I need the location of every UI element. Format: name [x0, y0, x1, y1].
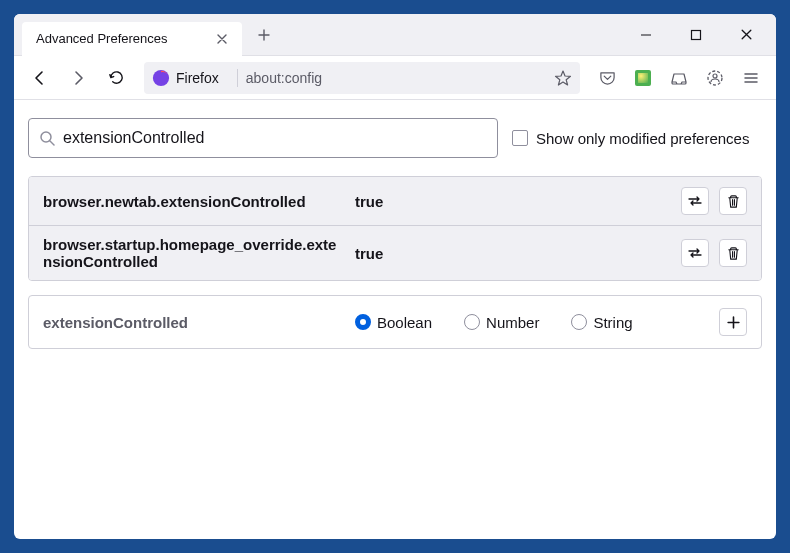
- new-tab-button[interactable]: [250, 21, 278, 49]
- radio-icon: [571, 314, 587, 330]
- toggle-button[interactable]: [681, 239, 709, 267]
- tab-title: Advanced Preferences: [36, 31, 212, 46]
- forward-button[interactable]: [62, 62, 94, 94]
- window-controls: [632, 21, 768, 49]
- bookmark-star-icon[interactable]: [554, 69, 572, 87]
- menu-icon[interactable]: [736, 63, 766, 93]
- radio-label: Boolean: [377, 314, 432, 331]
- radio-icon: [464, 314, 480, 330]
- content-area: Show only modified preferences browser.n…: [14, 100, 776, 539]
- identity-label: Firefox: [176, 70, 219, 86]
- pref-row[interactable]: browser.startup.homepage_override.extens…: [29, 225, 761, 280]
- pref-row[interactable]: browser.newtab.extensionControlled true: [29, 177, 761, 225]
- tab-active[interactable]: Advanced Preferences: [22, 22, 242, 56]
- search-input[interactable]: [63, 129, 487, 147]
- toggle-button[interactable]: [681, 187, 709, 215]
- checkbox-label: Show only modified preferences: [536, 130, 749, 147]
- search-box[interactable]: [28, 118, 498, 158]
- radio-icon: [355, 314, 371, 330]
- delete-button[interactable]: [719, 239, 747, 267]
- back-button[interactable]: [24, 62, 56, 94]
- toolbar-icons: [592, 63, 766, 93]
- extension-icon[interactable]: [628, 63, 658, 93]
- radio-label: String: [593, 314, 632, 331]
- identity-box[interactable]: Firefox: [152, 69, 229, 87]
- close-window-button[interactable]: [732, 21, 760, 49]
- radio-boolean[interactable]: Boolean: [355, 314, 432, 331]
- add-button[interactable]: [719, 308, 747, 336]
- pref-value: true: [355, 245, 669, 262]
- firefox-icon: [152, 69, 170, 87]
- new-pref-row: extensionControlled Boolean Number Strin…: [29, 296, 761, 348]
- pref-actions: [681, 239, 747, 267]
- new-pref-name: extensionControlled: [43, 314, 343, 331]
- radio-number[interactable]: Number: [464, 314, 539, 331]
- pocket-icon[interactable]: [592, 63, 622, 93]
- profile-icon[interactable]: [700, 63, 730, 93]
- show-modified-checkbox[interactable]: Show only modified preferences: [512, 130, 749, 147]
- radio-label: Number: [486, 314, 539, 331]
- maximize-button[interactable]: [682, 21, 710, 49]
- minimize-button[interactable]: [632, 21, 660, 49]
- svg-point-3: [713, 74, 717, 78]
- url-text: about:config: [246, 70, 546, 86]
- delete-button[interactable]: [719, 187, 747, 215]
- toolbar: Firefox about:config: [14, 56, 776, 100]
- svg-point-1: [153, 69, 169, 85]
- checkbox-icon: [512, 130, 528, 146]
- pref-actions: [681, 187, 747, 215]
- urlbar-separator: [237, 69, 238, 87]
- svg-rect-0: [692, 30, 701, 39]
- radio-string[interactable]: String: [571, 314, 632, 331]
- pref-name: browser.startup.homepage_override.extens…: [43, 236, 343, 270]
- titlebar: Advanced Preferences: [14, 14, 776, 56]
- search-row: Show only modified preferences: [28, 118, 762, 158]
- close-tab-icon[interactable]: [212, 29, 232, 49]
- reload-button[interactable]: [100, 62, 132, 94]
- prefs-table: browser.newtab.extensionControlled true …: [28, 176, 762, 281]
- search-icon: [39, 130, 55, 146]
- url-bar[interactable]: Firefox about:config: [144, 62, 580, 94]
- type-radio-group: Boolean Number String: [355, 314, 707, 331]
- pref-name: browser.newtab.extensionControlled: [43, 193, 343, 210]
- browser-window: Advanced Preferences: [14, 14, 776, 539]
- inbox-icon[interactable]: [664, 63, 694, 93]
- pref-value: true: [355, 193, 669, 210]
- new-pref-container: extensionControlled Boolean Number Strin…: [28, 295, 762, 349]
